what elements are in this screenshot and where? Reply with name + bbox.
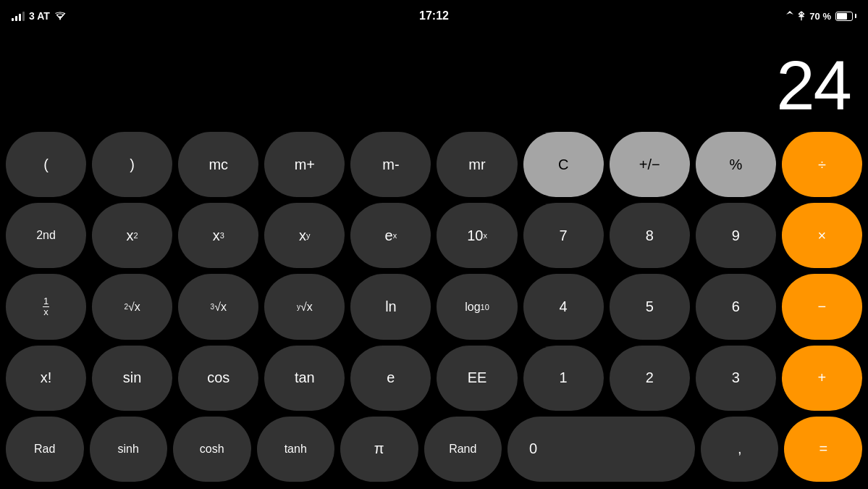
btn-m-plus[interactable]: m+ [264, 132, 345, 197]
btn-pi[interactable]: π [340, 417, 418, 482]
btn-plus-minus[interactable]: +/− [610, 132, 690, 197]
calc-row-3: x!sincostaneEE123+ [6, 346, 862, 411]
btn-sqrt2[interactable]: 2√x [92, 274, 172, 339]
btn-log10[interactable]: log10 [437, 274, 517, 339]
btn-5[interactable]: 5 [610, 274, 690, 339]
btn-rad[interactable]: Rad [6, 417, 84, 482]
btn-sqrt3[interactable]: 3√x [178, 274, 258, 339]
btn-cos[interactable]: cos [178, 346, 258, 411]
btn-sqrty[interactable]: y√x [264, 274, 345, 339]
battery-indicator [835, 12, 856, 21]
btn-0[interactable]: 0 [507, 417, 695, 482]
status-time: 17:12 [419, 9, 449, 22]
btn-cosh[interactable]: cosh [173, 417, 251, 482]
btn-m-minus[interactable]: m- [350, 132, 431, 197]
status-bar: 3 AT 17:12 70 % [0, 0, 868, 32]
btn-subtract[interactable]: − [782, 274, 862, 339]
btn-2nd[interactable]: 2nd [6, 203, 86, 268]
btn-divide[interactable]: ÷ [782, 132, 862, 197]
calculator-display: 24 [0, 32, 868, 126]
btn-clear[interactable]: C [523, 132, 604, 197]
btn-close-paren[interactable]: ) [92, 132, 172, 197]
btn-tan[interactable]: tan [264, 346, 345, 411]
btn-percent[interactable]: % [696, 132, 776, 197]
btn-sinh[interactable]: sinh [90, 417, 168, 482]
btn-1x[interactable]: 1x [6, 274, 86, 339]
btn-mc[interactable]: mc [178, 132, 258, 197]
calc-row-0: ()mcm+m-mrC+/−%÷ [6, 132, 862, 197]
btn-open-paren[interactable]: ( [6, 132, 86, 197]
display-value: 24 [776, 51, 851, 120]
btn-2[interactable]: 2 [610, 346, 690, 411]
svg-point-0 [59, 19, 61, 20]
status-left: 3 AT [12, 10, 66, 22]
wifi-icon [54, 12, 66, 20]
btn-8[interactable]: 8 [610, 203, 690, 268]
btn-equals[interactable]: = [784, 417, 862, 482]
btn-sin[interactable]: sin [92, 346, 172, 411]
btn-x2[interactable]: x2 [92, 203, 172, 268]
btn-rand[interactable]: Rand [424, 417, 502, 482]
btn-add[interactable]: + [782, 346, 862, 411]
signal-bars [12, 11, 25, 21]
btn-comma[interactable]: , [701, 417, 779, 482]
battery-percent: 70 % [809, 11, 831, 22]
btn-7[interactable]: 7 [523, 203, 604, 268]
btn-3[interactable]: 3 [696, 346, 776, 411]
calc-row-2: 1x2√x3√xy√xlnlog10456− [6, 274, 862, 339]
btn-tanh[interactable]: tanh [257, 417, 335, 482]
carrier-label: 3 AT [29, 10, 50, 22]
btn-mr[interactable]: mr [437, 132, 517, 197]
btn-1[interactable]: 1 [523, 346, 604, 411]
btn-xy[interactable]: xy [264, 203, 345, 268]
btn-e[interactable]: e [350, 346, 431, 411]
calc-row-4: RadsinhcoshtanhπRand0,= [6, 417, 862, 482]
btn-x3[interactable]: x3 [178, 203, 258, 268]
btn-factorial[interactable]: x! [6, 346, 86, 411]
btn-6[interactable]: 6 [696, 274, 776, 339]
calc-row-1: 2ndx2x3xyex10x789× [6, 203, 862, 268]
btn-9[interactable]: 9 [696, 203, 776, 268]
btn-EE[interactable]: EE [437, 346, 517, 411]
bluetooth-icon [798, 11, 805, 21]
btn-10x[interactable]: 10x [437, 203, 517, 268]
btn-4[interactable]: 4 [523, 274, 604, 339]
btn-ln[interactable]: ln [350, 274, 431, 339]
calculator-grid: ()mcm+m-mrC+/−%÷2ndx2x3xyex10x789×1x2√x3… [0, 126, 868, 489]
btn-ex[interactable]: ex [350, 203, 431, 268]
btn-multiply[interactable]: × [782, 203, 862, 268]
location-icon [786, 11, 793, 21]
status-right: 70 % [786, 11, 856, 22]
